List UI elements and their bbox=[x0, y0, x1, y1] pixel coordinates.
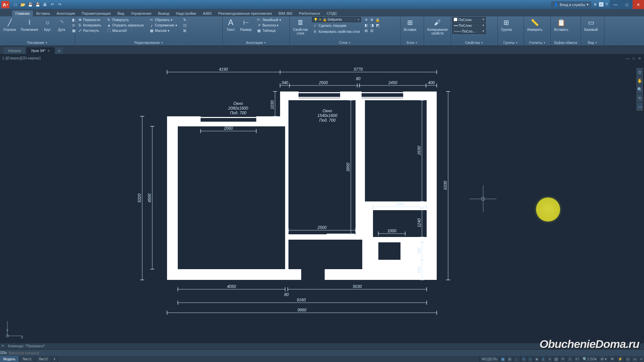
transparency-toggle[interactable]: ▨ bbox=[552, 356, 559, 362]
osnap-toggle[interactable]: ◇ bbox=[527, 356, 533, 362]
workspace-button[interactable]: ⚙ ▾ bbox=[598, 356, 608, 362]
isolate-toggle[interactable]: ◎ bbox=[624, 356, 631, 362]
scale-button[interactable]: 🔍 1:50 ▾ bbox=[581, 356, 598, 362]
nav-zoom-icon[interactable]: 🔍 bbox=[636, 85, 643, 94]
trim-button[interactable]: ✂Обрезать ▾ bbox=[148, 17, 178, 22]
qat-redo-icon[interactable]: ↷ bbox=[56, 1, 63, 8]
layer-ex3[interactable]: ⊞⊟ bbox=[363, 28, 381, 33]
tab-active-file[interactable]: Урок 34*✕ bbox=[26, 47, 55, 54]
exchange-icon[interactable]: ✕ bbox=[593, 2, 597, 7]
qat-save-icon[interactable]: 💾 bbox=[27, 1, 34, 8]
panel-annot-label[interactable]: Аннотации▼ bbox=[224, 40, 288, 46]
window-close-button[interactable]: ✕ bbox=[633, 0, 644, 9]
qat-new-icon[interactable]: □ bbox=[12, 1, 19, 8]
help-icon[interactable]: ? bbox=[605, 2, 608, 7]
baseview-button[interactable]: ▭Базовый bbox=[582, 17, 600, 32]
tab-spds[interactable]: СПДС bbox=[323, 10, 340, 16]
panel-view-label[interactable]: Вид▼ bbox=[582, 40, 603, 46]
annomonitor-toggle[interactable]: ⚠ bbox=[566, 356, 573, 362]
infocenter-icon[interactable]: 🅰 bbox=[599, 2, 603, 7]
layerprops-button[interactable]: ≣Свойства слоя bbox=[291, 17, 310, 36]
add-sheet-button[interactable]: + bbox=[52, 356, 58, 362]
tab-view[interactable]: Вид bbox=[114, 10, 127, 16]
close-tab-icon[interactable]: ✕ bbox=[47, 49, 50, 53]
tab-featured[interactable]: Рекомендованные приложения bbox=[215, 10, 275, 16]
panel-props-label[interactable]: Свойства▼ bbox=[452, 40, 496, 46]
tab-performance[interactable]: Performance bbox=[296, 10, 323, 16]
command-input[interactable] bbox=[7, 351, 644, 355]
panel-layers-label[interactable]: Слои▼ bbox=[291, 40, 399, 46]
leader-button[interactable]: ↗Выноска ▾ bbox=[256, 22, 282, 28]
grid-toggle[interactable]: ▦ bbox=[499, 356, 506, 362]
signin-button[interactable]: 👤 Вход в службы ▾ bbox=[551, 1, 591, 8]
layer-ex2[interactable]: ◧◨◩ bbox=[363, 22, 381, 28]
text-button[interactable]: AТекст bbox=[224, 17, 237, 32]
makecurrent-button[interactable]: ✓Сделать текущим bbox=[312, 23, 361, 28]
add-tab-button[interactable]: + bbox=[55, 47, 63, 54]
dimension-button[interactable]: ⊢Размер bbox=[238, 17, 254, 32]
fillet-button[interactable]: ╭Сопряжение ▾ bbox=[148, 22, 178, 28]
panel-util-label[interactable]: Утилиты▼ bbox=[525, 40, 549, 46]
cmd-prompt-icon[interactable]: ⌨▸ bbox=[0, 350, 7, 356]
tab-insert[interactable]: Вставка bbox=[33, 10, 53, 16]
window-minimize-button[interactable]: — bbox=[610, 0, 621, 9]
array-button[interactable]: ▦Массив ▾ bbox=[148, 28, 178, 33]
circle-button[interactable]: ○Круг bbox=[41, 17, 54, 32]
3dosnap-toggle[interactable]: ◈ bbox=[533, 356, 540, 362]
color-dropdown[interactable]: ПоСлою bbox=[452, 17, 486, 22]
model-tab[interactable]: Модель bbox=[0, 356, 19, 362]
layer-ex1[interactable]: ☀❄🔒 bbox=[363, 17, 381, 22]
otrack-toggle[interactable]: ∠ bbox=[540, 356, 547, 362]
tab-start[interactable]: Начало bbox=[3, 47, 25, 54]
copy-button[interactable]: ⎘Копировать bbox=[76, 22, 102, 28]
linetype-dropdown[interactable]: ─── ПоСло... bbox=[452, 29, 486, 34]
ortho-toggle[interactable]: ∟ bbox=[513, 356, 520, 362]
app-menu[interactable]: A bbox=[1, 1, 9, 8]
nav-wheel-icon[interactable]: ⊙ bbox=[636, 68, 643, 76]
lweight-toggle[interactable]: ≡ bbox=[547, 356, 552, 362]
viewport-label[interactable]: [–][Сверху][2D-каркас] bbox=[3, 56, 41, 60]
copylayerprops-button[interactable]: ⎘Копировать свойства слоя bbox=[312, 29, 361, 34]
customize-button[interactable]: ≡ bbox=[638, 356, 644, 362]
vp-minimize-icon[interactable]: — bbox=[625, 56, 630, 61]
cleanscreen-toggle[interactable]: ▭ bbox=[631, 356, 638, 362]
tab-a360[interactable]: A360 bbox=[200, 10, 215, 16]
snap-toggle[interactable]: ⊞ bbox=[506, 356, 513, 362]
lineweight-dropdown[interactable]: ━━ ПоСлою bbox=[452, 23, 486, 28]
qat-print-icon[interactable]: 🖶 bbox=[42, 1, 48, 8]
rotate-button[interactable]: ↻Повернуть bbox=[106, 17, 145, 22]
linear-button[interactable]: ⊢Линейный ▾ bbox=[256, 17, 282, 22]
insertblock-button[interactable]: ⊞Вставка bbox=[402, 17, 418, 32]
tab-annotate[interactable]: Аннотации bbox=[53, 10, 78, 16]
cmd-close-icon[interactable]: ✕ bbox=[1, 344, 4, 348]
matchprops-button[interactable]: 🖌Копирование свойств bbox=[425, 17, 450, 36]
panel-block-label[interactable]: Блок▼ bbox=[402, 40, 422, 46]
tab-bim360[interactable]: BIM 360 bbox=[275, 10, 296, 16]
annoscale-toggle[interactable]: 🏷 bbox=[573, 356, 581, 362]
window-maximize-button[interactable]: □ bbox=[621, 0, 633, 9]
tab-addins[interactable]: Надстройки bbox=[173, 10, 200, 16]
annovisibility-toggle[interactable]: 👁 bbox=[608, 356, 616, 362]
edit-ex3[interactable]: ⊞ bbox=[181, 28, 188, 33]
cycling-toggle[interactable]: ⟳ bbox=[559, 356, 566, 362]
tab-parametric[interactable]: Параметризация bbox=[78, 10, 114, 16]
polar-toggle[interactable]: ⊙ bbox=[520, 356, 527, 362]
nav-orbit-icon[interactable]: ⟲ bbox=[636, 94, 643, 103]
scale-button[interactable]: ⛶Масштаб bbox=[106, 28, 145, 33]
vp-close-icon[interactable]: ✕ bbox=[637, 56, 642, 61]
viewport[interactable]: [–][Сверху][2D-каркас] — □ ✕ ⊙ ✋ 🔍 ⟲ ▭ bbox=[0, 54, 644, 343]
model-space-button[interactable]: МОДЕЛЬ bbox=[480, 356, 499, 362]
layer-dropdown[interactable]: 💡☀🔓Defpoints▾ bbox=[312, 17, 361, 22]
panel-draw-label[interactable]: Рисование▼ bbox=[1, 40, 73, 46]
qat-open-icon[interactable]: 📂 bbox=[19, 1, 26, 8]
qat-saveas-icon[interactable]: 💾 bbox=[34, 1, 41, 8]
paste-button[interactable]: 📋Вставить bbox=[552, 17, 570, 32]
vp-maximize-icon[interactable]: □ bbox=[631, 56, 636, 61]
sheet1-tab[interactable]: Лист1 bbox=[19, 356, 35, 362]
edit-ex1[interactable]: ✎ bbox=[181, 17, 188, 22]
nav-showmotion-icon[interactable]: ▭ bbox=[636, 103, 643, 111]
panel-edit-label[interactable]: Редактирование▼ bbox=[76, 40, 221, 46]
qat-undo-icon[interactable]: ↶ bbox=[49, 1, 56, 8]
tab-output[interactable]: Вывод bbox=[155, 10, 172, 16]
sheet2-tab[interactable]: Лист2 bbox=[35, 356, 51, 362]
